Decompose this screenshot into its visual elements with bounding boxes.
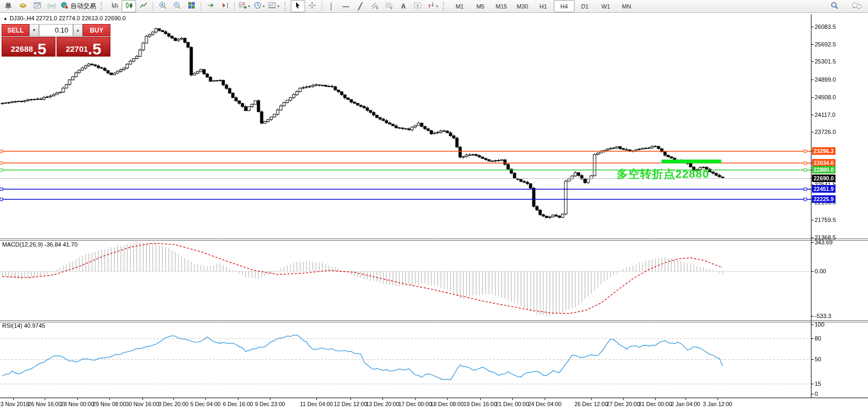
trendline-button[interactable]: ╱ — [353, 0, 368, 12]
timeframe-m15[interactable]: M15 — [491, 0, 512, 12]
trade-row-top: SELL ▼ 0.10 ▲ BUY — [2, 24, 110, 36]
arrows-dropdown-icon[interactable]: ▾ — [436, 4, 439, 9]
ask-price-box[interactable]: 22701 .5 — [57, 37, 110, 57]
arrows-icon — [427, 1, 435, 11]
price-axis-tick: 24899.0 — [815, 76, 836, 83]
price-level-badge: 22690.0 — [812, 175, 835, 182]
indicators-dropdown-icon[interactable]: ▾ — [248, 4, 250, 9]
toolbar-right-group — [827, 0, 864, 13]
time-axis-label: 29 Nov 08:00 — [93, 401, 126, 407]
time-axis-label: 30 Nov 16:00 — [126, 401, 159, 407]
timeframe-m5[interactable]: M5 — [470, 0, 491, 12]
equidistant-channel-button[interactable]: E — [368, 0, 382, 12]
collapse-panel-icon[interactable]: ▲ — [3, 16, 7, 21]
candlestick-chart-button[interactable] — [122, 0, 136, 12]
time-axis-label: 28 Nov 00:00 — [61, 401, 94, 407]
chart-shift-button[interactable] — [218, 0, 232, 12]
templates-button[interactable]: ▾ — [266, 0, 281, 12]
text-button[interactable]: A — [396, 0, 411, 12]
zoom-in-button[interactable] — [155, 0, 170, 12]
vertical-line-button[interactable]: │ — [324, 0, 339, 12]
order-history-icon — [19, 1, 27, 11]
periods-icon — [253, 1, 262, 11]
bar-chart-icon — [110, 1, 119, 11]
rsi-axis-tick: 100 — [815, 321, 824, 328]
timeframe-d1[interactable]: D1 — [575, 0, 595, 12]
main-toolbar: 单自动交易▾▾▾│—╱EFAT▾M1M5M15M30H1H4D1W1MN — [0, 0, 868, 13]
community-chat-icon — [851, 2, 862, 12]
signals-icon — [47, 1, 56, 11]
volume-input[interactable]: 0.10 — [39, 24, 73, 36]
time-axis-label: 21 Dec 00:00 — [496, 401, 529, 407]
new-order-button[interactable]: 单 — [1, 0, 15, 12]
new-chart-icon — [33, 1, 42, 11]
toolbar-separator — [234, 2, 235, 11]
timeframe-m30[interactable]: M30 — [512, 0, 532, 12]
community-chat-button[interactable] — [849, 1, 864, 13]
vertical-line-icon: │ — [329, 3, 333, 10]
zoom-in-icon — [158, 1, 167, 11]
svg-text:F: F — [391, 6, 393, 10]
chart-canvas[interactable] — [0, 0, 868, 412]
auto-trading-icon — [60, 1, 69, 11]
indicators-button[interactable]: ▾ — [237, 0, 252, 12]
signals-button[interactable] — [44, 0, 59, 12]
auto-trading-button[interactable]: 自动交易 — [59, 0, 98, 12]
new-chart-button[interactable] — [30, 0, 44, 12]
time-axis-label: 27 Dec 20:00 — [607, 401, 640, 407]
bid-price-box[interactable]: 22688 .5 — [2, 37, 55, 57]
ask-price-fraction: .5 — [88, 42, 101, 56]
cursor-button[interactable] — [291, 0, 305, 12]
trade-row-prices: 22688 .5 22701 .5 — [2, 37, 110, 57]
templates-dropdown-icon[interactable]: ▾ — [277, 4, 280, 9]
chart-annotation-text[interactable]: 多空转折点22880 — [617, 167, 709, 181]
tile-windows-button[interactable] — [184, 0, 198, 12]
toolbar-grip — [284, 2, 289, 11]
timeframe-mn[interactable]: MN — [616, 0, 637, 12]
rsi-axis-tick: 0 — [815, 391, 818, 397]
zoom-out-button[interactable] — [170, 0, 184, 12]
order-history-button[interactable] — [15, 0, 30, 12]
timeframe-h4[interactable]: H4 — [554, 0, 575, 12]
time-axis-label: 9 Dec 23:00 — [255, 401, 285, 407]
sell-button[interactable]: SELL — [2, 24, 29, 36]
fibonacci-button[interactable]: F — [382, 0, 396, 12]
time-axis-label: 5 Dec 04:00 — [190, 401, 221, 407]
time-axis-label: 17 Dec 00:00 — [399, 401, 432, 407]
time-axis-label: 6 Dec 16:00 — [223, 401, 253, 407]
time-axis-label: 23 Nov 2018 — [0, 401, 29, 407]
search-button[interactable] — [827, 1, 842, 13]
line-chart-button[interactable] — [136, 0, 150, 12]
volume-decrease-button[interactable]: ▼ — [29, 24, 39, 36]
arrows-button[interactable]: ▾ — [425, 0, 440, 12]
timeframe-w1[interactable]: W1 — [595, 0, 616, 12]
macd-axis-tick: 0.00 — [815, 268, 826, 274]
auto-scroll-button[interactable] — [203, 0, 218, 12]
timeframe-m1[interactable]: M1 — [449, 0, 470, 12]
price-axis-tick: 26083.5 — [815, 23, 836, 30]
time-axis-label: 26 Dec 12:00 — [575, 401, 608, 407]
buy-button[interactable]: BUY — [83, 24, 110, 36]
text-label-button[interactable]: T — [411, 0, 425, 12]
crosshair-button[interactable] — [305, 0, 320, 12]
new-order-icon: 单 — [5, 2, 12, 11]
time-axis-label: 3 Dec 20:00 — [158, 401, 189, 407]
rsi-axis-tick: 80 — [815, 335, 821, 342]
volume-increase-button[interactable]: ▲ — [73, 24, 83, 36]
periods-dropdown-icon[interactable]: ▾ — [263, 4, 265, 9]
bar-chart-button[interactable] — [107, 0, 122, 12]
macd-axis-tick: 343.69 — [815, 239, 833, 245]
macd-axis-tick: -533.3 — [815, 313, 831, 319]
horizontal-line-button[interactable]: — — [339, 0, 353, 12]
macd-label: MACD(12,26,9) -36.84 41.70 — [2, 241, 77, 248]
line-chart-icon — [139, 1, 148, 11]
indicators-icon — [238, 1, 247, 11]
price-level-badge: 23034.6 — [812, 159, 835, 167]
cursor-icon — [293, 1, 302, 11]
templates-icon — [268, 1, 276, 11]
toolbar-separator — [201, 2, 201, 11]
timeframe-h1[interactable]: H1 — [533, 0, 554, 12]
time-axis-label: 3 Jan 12:00 — [703, 401, 732, 407]
periods-button[interactable]: ▾ — [252, 0, 267, 12]
time-axis-label: 31 Dec 00:00 — [639, 401, 672, 407]
